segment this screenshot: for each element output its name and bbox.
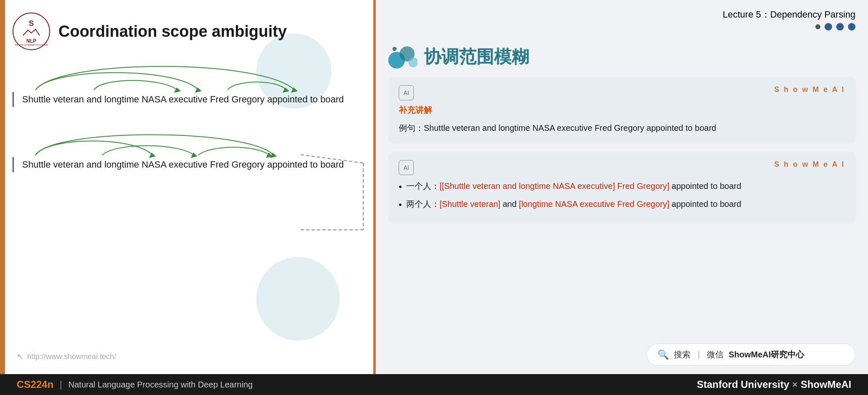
arrows-svg-1	[19, 54, 332, 94]
sentence-row-1: Shuttle veteran and longtime NASA execut…	[13, 92, 357, 107]
bullet-dot-1: •	[399, 179, 402, 194]
search-bar[interactable]: 🔍 搜索 | 微信 ShowMeAI研究中心	[647, 344, 855, 366]
footer-x: ×	[792, 379, 801, 390]
nav-dot-small[interactable]	[815, 24, 820, 29]
logo-s: S	[23, 19, 40, 28]
nav-dot-1[interactable]	[825, 23, 832, 31]
slide-header: S NLP Natural Language Processing Coordi…	[13, 13, 357, 50]
bracket-3: [longtime NASA executive Fred Gregory]	[519, 199, 669, 209]
footer-divider: |	[60, 379, 62, 390]
logo-mountain-svg	[23, 28, 40, 36]
card-2: AI S h o w M e A I • 一个人：[[Shuttle veter…	[388, 152, 855, 224]
slide-panel: S NLP Natural Language Processing Coordi…	[0, 0, 376, 374]
nav-dot-3[interactable]	[848, 23, 855, 31]
brand-2: S h o w M e A I	[774, 160, 845, 169]
card-1-subtitle: 补充讲解	[399, 104, 845, 116]
ai-icon-text: AI	[403, 89, 409, 96]
stanford-logo: S NLP Natural Language Processing	[13, 13, 50, 50]
logo-circle-text: Natural Language Processing	[15, 43, 48, 46]
svg-point-14	[392, 47, 397, 51]
ai-icon-2: AI	[399, 160, 414, 175]
url-text: http://www.showmeai.tech/	[27, 352, 116, 361]
footer-course-code: CS224n	[17, 379, 53, 390]
footer-course-desc: Natural Language Processing with Deep Le…	[68, 380, 253, 390]
sentence-text-2: Shuttle veteran and longtime NASA execut…	[13, 157, 357, 172]
search-divider: |	[698, 350, 700, 359]
sentence-row-2: Shuttle veteran and longtime NASA execut…	[13, 157, 357, 172]
wave-decoration-svg	[388, 46, 418, 69]
diagram-container: Shuttle veteran and longtime NASA execut…	[13, 67, 357, 181]
bullet-2-content: 两个人：[Shuttle veteran] and [longtime NASA…	[406, 197, 741, 212]
chinese-title-area: 协调范围模糊	[388, 45, 855, 69]
ai-icon-2-text: AI	[403, 164, 409, 171]
slide-content: S NLP Natural Language Processing Coordi…	[0, 0, 373, 374]
footer-left: CS224n | Natural Language Processing wit…	[17, 379, 253, 390]
bullet-item-1: • 一个人：[[Shuttle veteran and longtime NAS…	[399, 179, 845, 194]
card-2-body: • 一个人：[[Shuttle veteran and longtime NAS…	[399, 179, 845, 212]
bullet-2-label: 两个人：	[406, 199, 440, 209]
bracket-2: [Shuttle veteran]	[440, 199, 501, 209]
search-brand: ShowMeAI研究中心	[729, 349, 804, 360]
card-1: AI S h o w M e A I 补充讲解 例句：Shuttle veter…	[388, 77, 855, 143]
bracket-1: [[Shuttle veteran and longtime NASA exec…	[440, 181, 669, 191]
footer-brand: ShowMeAI	[801, 379, 851, 390]
search-area: 🔍 搜索 | 微信 ShowMeAI研究中心	[388, 344, 855, 366]
card-1-header: AI S h o w M e A I	[399, 85, 845, 100]
search-icon: 🔍	[658, 349, 669, 360]
footer-university: Stanford University	[697, 379, 789, 390]
card-2-header: AI S h o w M e A I	[399, 160, 845, 175]
lecture-title: Lecture 5：Dependency Parsing	[723, 8, 855, 21]
bullet-dot-2: •	[399, 197, 402, 212]
bullet-1-label: 一个人：	[406, 181, 440, 191]
ai-icon-1: AI	[399, 85, 414, 100]
sentence-text-1: Shuttle veteran and longtime NASA execut…	[13, 92, 357, 107]
chinese-title: 协调范围模糊	[424, 45, 529, 69]
arrows-svg-2	[19, 120, 332, 159]
cursor-icon: ↖	[17, 352, 24, 362]
nav-dots	[723, 23, 855, 31]
search-separator: 搜索	[674, 349, 691, 360]
bullet-item-2: • 两个人：[Shuttle veteran] and [longtime NA…	[399, 197, 845, 212]
footer: CS224n | Natural Language Processing wit…	[0, 374, 868, 395]
url-area: ↖ http://www.showmeai.tech/	[17, 352, 116, 362]
slide-title: Coordination scope ambiguity	[58, 23, 287, 41]
right-panel: Lecture 5：Dependency Parsing	[376, 0, 868, 374]
footer-right: Stanford University × ShowMeAI	[697, 379, 851, 390]
brand-1: S h o w M e A I	[774, 85, 845, 94]
search-wechat: 微信	[707, 349, 724, 360]
right-header-row: Lecture 5：Dependency Parsing	[388, 8, 855, 31]
logo-nlp: NLP	[23, 38, 40, 44]
nav-dot-2[interactable]	[836, 23, 844, 31]
card-1-body: 例句：Shuttle veteran and longtime NASA exe…	[399, 121, 845, 135]
bullet-1-content: 一个人：[[Shuttle veteran and longtime NASA …	[406, 179, 741, 194]
